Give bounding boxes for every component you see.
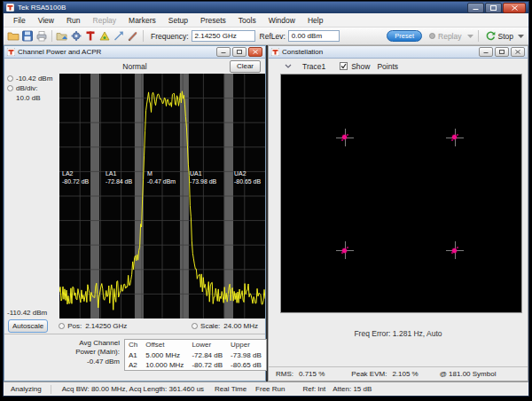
status-mode: Real Time (215, 385, 246, 393)
preset-button[interactable]: Preset (387, 30, 422, 42)
spectrum-svg: LA2-80.72 dBLA1-72.84 dBM-0.47 dBmUA1-73… (59, 74, 265, 318)
frequency-label: Frequency: (151, 32, 189, 41)
spectrum-area: -10.42 dBm dB/div: 10.0 dB -110.42 dBm L… (4, 74, 265, 318)
spectrum-plot: LA2-80.72 dBLA1-72.84 dBM-0.47 dBmUA1-73… (59, 74, 265, 318)
evm-results-row: RMS: 0.715 % Peak EVM: 2.105 % @ 181.00 … (269, 366, 528, 381)
scale-value[interactable]: 24.00 MHz (223, 322, 258, 330)
menu-help[interactable]: Help (301, 16, 329, 25)
minimize-icon[interactable] (467, 3, 484, 13)
autoscale-button[interactable]: Autoscale (8, 319, 48, 333)
panel-maximize-icon[interactable] (495, 47, 509, 57)
print-icon[interactable] (35, 29, 49, 43)
peak-evm-symbol: @ 181.00 Symbol (440, 370, 497, 378)
panel-close-icon[interactable] (511, 47, 525, 57)
acpr-table-head-row: ChOffsetLowerUpper (125, 340, 267, 351)
top-reference-value[interactable]: -10.42 dBm (16, 75, 52, 83)
open-folder-icon[interactable] (6, 29, 20, 43)
svg-text:LA2: LA2 (62, 170, 73, 177)
maximize-icon[interactable] (485, 3, 502, 13)
recall-icon[interactable] (55, 29, 69, 43)
acpr-table-body: A15.000 MHz-72.84 dB-73.98 dBA210.000 MH… (125, 350, 267, 371)
menu-run[interactable]: Run (60, 16, 87, 25)
table-cell: A1 (125, 350, 143, 360)
status-separator (51, 385, 51, 394)
menu-markers[interactable]: Markers (122, 16, 162, 25)
panel-minimize-icon[interactable] (479, 47, 493, 57)
table-cell: 10.000 MHz (142, 360, 188, 371)
constellation-panel: Constellation Trace1 Show Points Freq Er… (268, 45, 528, 381)
frequency-input[interactable]: 2.14250 GHz (192, 30, 255, 42)
table-cell: -80.72 dB (188, 360, 227, 371)
svg-text:-73.98 dB: -73.98 dB (190, 178, 217, 185)
pos-label: Pos: (67, 322, 82, 330)
panel-close-icon[interactable] (248, 47, 262, 57)
table-cell: -73.98 dB (227, 350, 266, 360)
acpr-results-area: Avg Channel Power (Main): -0.47 dBm ChOf… (4, 334, 265, 381)
panel-maximize-icon[interactable] (232, 47, 246, 57)
status-atten: Atten: 15 dB (332, 385, 372, 393)
column-header: Lower (188, 340, 227, 351)
panel-minimize-icon[interactable] (216, 47, 231, 57)
table-cell: 5.000 MHz (142, 350, 188, 360)
panel-title: Constellation (282, 48, 323, 56)
reflev-input[interactable]: 0.00 dBm (288, 30, 340, 42)
pos-value[interactable]: 2.14250 GHz (85, 322, 127, 330)
panel-title: Channel Power and ACPR (18, 48, 101, 56)
db-per-div-label[interactable]: dB/div: (16, 84, 37, 92)
svg-text:UA1: UA1 (190, 170, 202, 177)
status-state: Analyzing (11, 385, 42, 393)
stop-button[interactable]: Stop (486, 31, 514, 41)
avg-channel-power: Avg Channel Power (Main): -0.47 dBm (75, 339, 120, 366)
rms-label: RMS: (276, 370, 293, 378)
column-header: Offset (142, 340, 188, 351)
table-cell: -80.65 dB (227, 360, 266, 371)
adjust-knob-icon[interactable] (7, 75, 13, 82)
adjust-knob-icon[interactable] (7, 85, 13, 91)
db-per-div-value[interactable]: 10.0 dB (16, 94, 59, 102)
show-checkbox[interactable] (340, 62, 348, 70)
menu-presets[interactable]: Presets (194, 16, 232, 25)
reflev-label: RefLev: (260, 32, 286, 41)
frequency-axis-row: Autoscale Pos:2.14250 GHz Scale:24.00 MH… (4, 318, 265, 334)
tek-logo-icon (6, 4, 14, 12)
trace-selector[interactable]: Trace1 (302, 62, 325, 71)
adjust-knob-icon[interactable] (59, 323, 65, 329)
close-icon[interactable] (503, 3, 526, 13)
toolbar-separator (51, 30, 52, 42)
trace-chevron-icon[interactable] (285, 64, 292, 68)
menu-window[interactable]: Window (262, 16, 301, 25)
peak-evm-value: 2.105 % (392, 370, 418, 378)
status-acq: Acq BW: 80.00 MHz, Acq Length: 361.460 u… (62, 385, 204, 393)
menu-file[interactable]: File (7, 16, 32, 25)
points-label[interactable]: Points (377, 62, 398, 71)
constellation-controls-row: Trace1 Show Points (269, 59, 528, 74)
stop-dropdown-icon[interactable] (518, 35, 524, 38)
amplitude-scale-column: -10.42 dBm dB/div: 10.0 dB -110.42 dBm (4, 74, 59, 318)
freq-error-readout: Freq Error: 1.281 Hz, Auto (269, 313, 528, 366)
menu-view[interactable]: View (32, 16, 60, 25)
tek-logo-icon (271, 48, 279, 56)
status-ref: Ref: Int (302, 385, 325, 393)
menu-setup[interactable]: Setup (162, 16, 194, 25)
window-title: Tek RSA5100B (18, 4, 66, 12)
table-row: A15.000 MHz-72.84 dB-73.98 dB (125, 350, 267, 360)
measure-icon[interactable] (126, 29, 140, 43)
table-cell: A2 (125, 360, 143, 371)
markers-icon[interactable] (98, 29, 112, 43)
settings-gear-icon[interactable] (69, 29, 83, 43)
clear-button[interactable]: Clear (230, 60, 261, 73)
adjust-knob-icon[interactable] (192, 323, 198, 329)
show-label[interactable]: Show (351, 62, 370, 71)
menu-tools[interactable]: Tools (232, 16, 262, 25)
bottom-reference-value: -110.42 dBm (7, 309, 47, 317)
save-icon[interactable] (20, 29, 35, 43)
trigger-t-icon[interactable] (83, 29, 98, 43)
svg-text:-80.65 dB: -80.65 dB (234, 178, 262, 185)
trace-mode-dropdown[interactable]: Normal (4, 62, 265, 71)
menu-bar: File View Run Replay Markers Setup Prese… (4, 13, 528, 28)
constellation-plot (280, 74, 522, 313)
replay-dropdown-icon[interactable] (467, 35, 473, 38)
compass-icon[interactable] (112, 29, 126, 43)
peak-evm-label: Peak EVM: (351, 370, 387, 378)
trace-controls-row: Normal Clear (4, 59, 265, 74)
